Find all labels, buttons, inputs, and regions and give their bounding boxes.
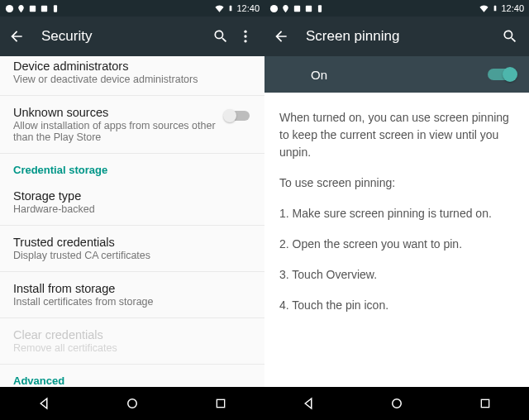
status-time: 12:40 — [501, 3, 524, 13]
notif-icon — [28, 4, 37, 13]
svg-rect-3 — [54, 5, 57, 12]
description-area: When turned on, you can use screen pinni… — [264, 93, 529, 387]
notif-icon — [40, 4, 49, 13]
item-primary: Storage type — [13, 189, 251, 203]
svg-rect-10 — [294, 5, 300, 11]
unknown-sources-switch[interactable] — [225, 111, 250, 121]
nav-bar — [264, 387, 529, 420]
item-secondary: Allow installation of apps from sources … — [13, 120, 225, 143]
item-install-from-storage[interactable]: Install from storage Install certificate… — [0, 272, 264, 318]
status-bar: 12:40 — [264, 0, 529, 17]
notif-icon — [304, 4, 313, 13]
settings-list: Device administrators View or deactivate… — [0, 56, 264, 387]
nav-overview[interactable] — [204, 387, 237, 420]
item-device-administrators[interactable]: Device administrators View or deactivate… — [0, 56, 264, 96]
svg-rect-12 — [318, 5, 322, 12]
desc-step4: 4. Touch the pin icon. — [279, 297, 514, 314]
item-primary: Unknown sources — [13, 106, 225, 119]
notif-icon — [281, 4, 290, 13]
search-button[interactable] — [498, 24, 522, 49]
overflow-button[interactable] — [233, 24, 258, 49]
item-primary: Clear credentials — [13, 328, 251, 341]
item-primary: Device administrators — [13, 60, 251, 73]
svg-rect-1 — [30, 5, 36, 11]
category-credential-storage: Credential storage — [0, 154, 264, 179]
item-unknown-sources[interactable]: Unknown sources Allow installation of ap… — [0, 96, 264, 154]
notif-icon — [51, 4, 60, 13]
item-secondary: Install certificates from storage — [13, 296, 251, 308]
screen-pinning-switch[interactable] — [488, 69, 516, 80]
notif-icon — [17, 4, 26, 13]
desc-step2: 2. Open the screen you want to pin. — [279, 236, 514, 253]
battery-icon — [227, 3, 234, 13]
item-primary: Trusted credentials — [13, 236, 251, 249]
nav-back[interactable] — [27, 387, 60, 420]
item-storage-type[interactable]: Storage type Hardware-backed — [0, 179, 264, 226]
svg-point-7 — [128, 399, 137, 408]
wifi-icon — [214, 4, 225, 13]
desc-howto: To use screen pinning: — [279, 174, 514, 192]
security-screen: 12:40 Security Device administrators Vie… — [0, 0, 264, 420]
desc-step1: 1. Make sure screen pinning is turned on… — [279, 205, 514, 222]
svg-point-9 — [270, 4, 278, 12]
back-button[interactable] — [271, 26, 291, 46]
item-secondary: Hardware-backed — [13, 203, 251, 215]
svg-point-5 — [244, 35, 246, 37]
svg-point-13 — [393, 399, 402, 408]
desc-intro: When turned on, you can use screen pinni… — [279, 109, 514, 161]
wifi-icon — [479, 4, 489, 13]
nav-back[interactable] — [292, 387, 325, 420]
svg-rect-2 — [41, 5, 47, 11]
app-bar: Security — [0, 17, 264, 56]
svg-rect-8 — [217, 399, 224, 407]
app-bar: Screen pinning — [264, 17, 529, 56]
svg-rect-14 — [481, 399, 488, 407]
category-advanced: Advanced — [0, 365, 264, 387]
page-title: Security — [41, 28, 208, 45]
toggle-row[interactable]: On — [264, 56, 529, 93]
status-time: 12:40 — [236, 3, 260, 13]
page-title: Screen pinning — [306, 28, 498, 45]
item-secondary: View or deactivate device administrators — [13, 74, 251, 85]
nav-overview[interactable] — [469, 387, 502, 420]
notif-icon — [5, 4, 14, 13]
notif-icon — [269, 4, 279, 13]
svg-point-6 — [244, 40, 246, 42]
svg-point-0 — [6, 4, 13, 12]
item-trusted-credentials[interactable]: Trusted credentials Display trusted CA c… — [0, 226, 264, 272]
battery-icon — [492, 3, 498, 13]
desc-step3: 3. Touch Overview. — [279, 266, 514, 284]
toggle-label: On — [311, 68, 488, 82]
screen-pinning-screen: 12:40 Screen pinning On When turned on, … — [264, 0, 529, 420]
item-primary: Install from storage — [13, 282, 251, 295]
nav-home[interactable] — [380, 387, 413, 420]
nav-home[interactable] — [116, 387, 149, 420]
item-clear-credentials: Clear credentials Remove all certificate… — [0, 318, 264, 365]
svg-rect-11 — [306, 5, 312, 11]
item-secondary: Display trusted CA certificates — [13, 250, 251, 261]
notif-icon — [316, 4, 324, 13]
back-button[interactable] — [7, 26, 26, 46]
nav-bar — [0, 387, 264, 420]
item-secondary: Remove all certificates — [13, 342, 251, 354]
notif-icon — [293, 4, 302, 13]
search-button[interactable] — [208, 24, 233, 49]
status-bar: 12:40 — [0, 0, 264, 17]
svg-point-4 — [244, 31, 246, 33]
